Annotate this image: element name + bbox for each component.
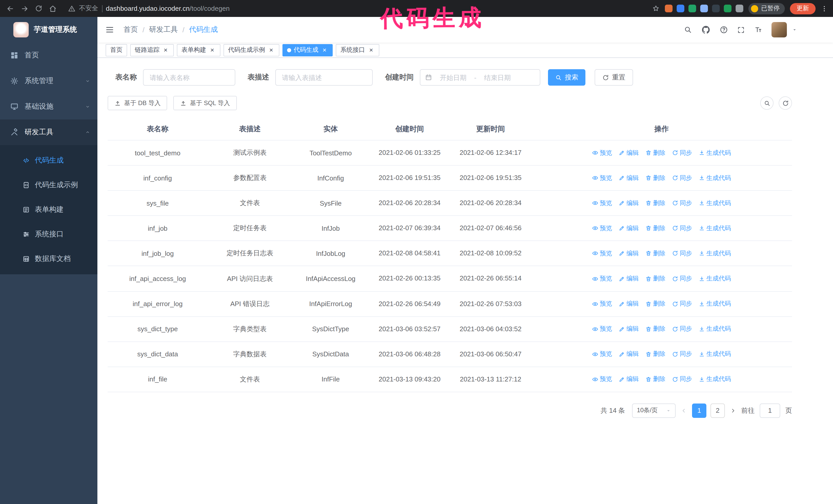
search-button[interactable]: 搜索 xyxy=(548,69,586,86)
search-icon[interactable] xyxy=(684,26,692,34)
close-icon[interactable]: × xyxy=(321,46,328,54)
action-preview[interactable]: 预览 xyxy=(592,350,612,359)
prev-page-button[interactable] xyxy=(681,408,687,414)
action-generate-code[interactable]: 生成代码 xyxy=(699,375,731,384)
breadcrumb-item[interactable]: 首页 xyxy=(123,25,138,34)
avatar-caret-icon[interactable] xyxy=(792,27,797,32)
end-date-input[interactable] xyxy=(478,74,517,81)
action-edit[interactable]: 编辑 xyxy=(619,148,639,157)
tab-form-builder[interactable]: 表单构建× xyxy=(177,44,220,56)
close-icon[interactable]: × xyxy=(162,46,169,54)
tab-trace[interactable]: 链路追踪× xyxy=(130,44,174,56)
action-preview[interactable]: 预览 xyxy=(592,173,612,182)
start-date-input[interactable] xyxy=(434,74,472,81)
forward-icon[interactable] xyxy=(21,4,29,13)
action-delete[interactable]: 删除 xyxy=(645,173,665,182)
action-generate-code[interactable]: 生成代码 xyxy=(699,224,731,233)
page-number-2[interactable]: 2 xyxy=(711,404,725,418)
font-size-icon[interactable] xyxy=(754,26,762,34)
next-page-button[interactable] xyxy=(730,408,736,414)
user-avatar[interactable] xyxy=(771,22,787,38)
page-size-select[interactable]: 10条/页 xyxy=(632,404,675,418)
puzzle-extension-icon[interactable] xyxy=(736,5,743,12)
import-sql-button[interactable]: 基于 SQL 导入 xyxy=(173,96,237,110)
action-delete[interactable]: 删除 xyxy=(645,249,665,258)
github-icon[interactable] xyxy=(701,25,711,34)
action-generate-code[interactable]: 生成代码 xyxy=(699,299,731,308)
action-delete[interactable]: 删除 xyxy=(645,299,665,308)
drop-extension-icon[interactable] xyxy=(677,5,684,12)
back-icon[interactable] xyxy=(6,4,14,13)
action-delete[interactable]: 删除 xyxy=(645,274,665,283)
app-logo[interactable]: 芋道管理系统 xyxy=(0,17,97,43)
help-icon[interactable] xyxy=(720,26,728,34)
breadcrumb-item[interactable]: 研发工具 xyxy=(149,25,178,34)
action-delete[interactable]: 删除 xyxy=(645,224,665,233)
action-sync[interactable]: 同步 xyxy=(672,173,692,182)
action-preview[interactable]: 预览 xyxy=(592,148,612,157)
action-sync[interactable]: 同步 xyxy=(672,375,692,384)
action-preview[interactable]: 预览 xyxy=(592,249,612,258)
action-generate-code[interactable]: 生成代码 xyxy=(699,199,731,208)
v-badge-extension-icon[interactable] xyxy=(688,5,696,12)
action-edit[interactable]: 编辑 xyxy=(619,199,639,208)
tab-home[interactable]: 首页 xyxy=(105,44,127,56)
action-edit[interactable]: 编辑 xyxy=(619,375,639,384)
action-preview[interactable]: 预览 xyxy=(592,224,612,233)
fox-extension-icon[interactable] xyxy=(665,5,672,12)
date-range-picker[interactable]: - xyxy=(420,69,540,86)
action-edit[interactable]: 编辑 xyxy=(619,249,639,258)
tab-codegen-example[interactable]: 代码生成示例× xyxy=(223,44,279,56)
address-bar[interactable]: 不安全 dashboard.yudao.iocoder.cn/tool/code… xyxy=(68,4,648,13)
sidebar-item-form-builder[interactable]: 表单构建 xyxy=(0,197,97,222)
action-sync[interactable]: 同步 xyxy=(672,350,692,359)
action-edit[interactable]: 编辑 xyxy=(619,325,639,333)
page-number-1[interactable]: 1 xyxy=(692,404,706,418)
close-icon[interactable]: × xyxy=(268,46,275,54)
action-delete[interactable]: 删除 xyxy=(645,199,665,208)
browser-update-button[interactable]: 更新 xyxy=(790,3,815,14)
action-edit[interactable]: 编辑 xyxy=(619,173,639,182)
sidebar-item-db-doc[interactable]: 数据库文档 xyxy=(0,247,97,271)
refresh-table-button[interactable] xyxy=(779,96,792,110)
capture-extension-icon[interactable] xyxy=(712,5,720,12)
action-preview[interactable]: 预览 xyxy=(592,325,612,333)
action-delete[interactable]: 删除 xyxy=(645,148,665,157)
collapse-menu-icon[interactable] xyxy=(105,25,114,34)
breadcrumb-item[interactable]: 代码生成 xyxy=(189,25,218,34)
sidebar-item-home[interactable]: 首页 xyxy=(0,43,97,68)
action-sync[interactable]: 同步 xyxy=(672,199,692,208)
profile-paused-badge[interactable]: 已暂停 xyxy=(748,3,785,14)
action-edit[interactable]: 编辑 xyxy=(619,274,639,283)
sidebar-item-system[interactable]: 系统管理 xyxy=(0,68,97,94)
sidebar-item-infra[interactable]: 基础设施 xyxy=(0,94,97,119)
action-generate-code[interactable]: 生成代码 xyxy=(699,274,731,283)
action-preview[interactable]: 预览 xyxy=(592,299,612,308)
home-icon[interactable] xyxy=(49,4,57,13)
action-preview[interactable]: 预览 xyxy=(592,274,612,283)
tab-codegen[interactable]: 代码生成× xyxy=(282,44,333,56)
action-generate-code[interactable]: 生成代码 xyxy=(699,325,731,333)
action-delete[interactable]: 删除 xyxy=(645,375,665,384)
sidebar-item-codegen-example[interactable]: 代码生成示例 xyxy=(0,173,97,197)
goto-page-input[interactable] xyxy=(760,404,780,418)
action-generate-code[interactable]: 生成代码 xyxy=(699,249,731,258)
action-preview[interactable]: 预览 xyxy=(592,199,612,208)
reset-button[interactable]: 重置 xyxy=(595,69,633,86)
action-generate-code[interactable]: 生成代码 xyxy=(699,350,731,359)
sidebar-item-devtools[interactable]: 研发工具 xyxy=(0,119,97,145)
action-sync[interactable]: 同步 xyxy=(672,274,692,283)
action-sync[interactable]: 同步 xyxy=(672,325,692,333)
tab-system-api[interactable]: 系统接口× xyxy=(336,44,379,56)
people-extension-icon[interactable] xyxy=(700,5,708,12)
fullscreen-icon[interactable] xyxy=(737,26,745,33)
action-edit[interactable]: 编辑 xyxy=(619,224,639,233)
toggle-search-button[interactable] xyxy=(760,96,774,110)
bookmark-star-icon[interactable] xyxy=(652,5,660,12)
action-sync[interactable]: 同步 xyxy=(672,299,692,308)
action-generate-code[interactable]: 生成代码 xyxy=(699,148,731,157)
action-delete[interactable]: 删除 xyxy=(645,325,665,333)
close-icon[interactable]: × xyxy=(209,46,216,54)
import-db-button[interactable]: 基于 DB 导入 xyxy=(108,96,167,110)
sidebar-item-system-api[interactable]: 系统接口 xyxy=(0,222,97,247)
